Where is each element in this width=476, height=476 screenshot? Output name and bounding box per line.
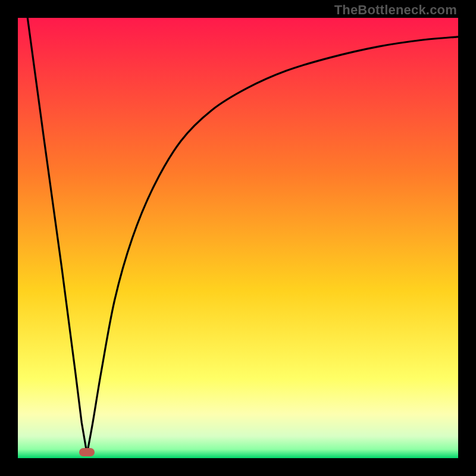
chart-frame: TheBottleneck.com	[0, 0, 476, 476]
curve-path	[27, 18, 458, 454]
plot-area	[18, 18, 458, 458]
optimum-marker	[79, 448, 95, 456]
watermark-text: TheBottleneck.com	[334, 2, 457, 18]
bottleneck-curve	[18, 18, 458, 458]
